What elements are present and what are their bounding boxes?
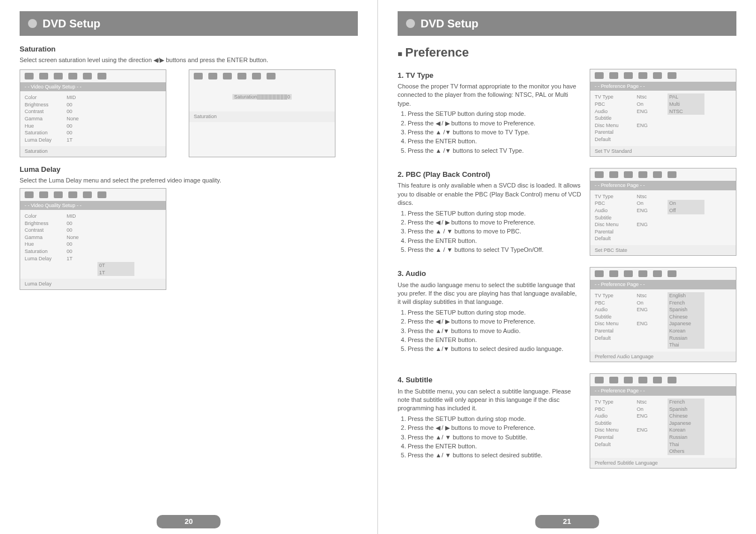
right-column: DVD Setup ■Preference 1. TV Type Choose … — [378, 0, 756, 534]
osd-tv: - - Preference Page - - TV TypeNtscPALPB… — [590, 69, 736, 157]
osd-row: Saturation00 — [25, 129, 161, 137]
osd-row: Subtitle — [595, 214, 731, 222]
osd-title: - - Video Quality Setup - - — [20, 201, 166, 210]
tv-desc: Choose the proper TV format appropriate … — [398, 82, 581, 108]
osd-title: - - Preference Page - - — [590, 82, 736, 91]
osd-title: - - Preference Page - - — [590, 386, 736, 396]
pbc-desc: This feature is only available when a SV… — [398, 181, 581, 207]
step-item: Press the SETUP button during stop mode. — [408, 415, 581, 423]
osd-icons — [189, 70, 335, 82]
step-item: Press the ▲ /▼ buttons to select TV Type… — [408, 147, 581, 155]
osd-saturation-1: - - Video Quality Setup - - ColorMIDBrig… — [20, 69, 166, 157]
osd-body: TV TypeNtscFrenchPBCOnSpanishAudioENGChi… — [590, 396, 736, 458]
osd-row: Parental — [595, 129, 731, 136]
step-item: Press the SETUP button during stop mode. — [408, 209, 581, 218]
osd-row: Parental — [595, 228, 731, 236]
disc-icon — [406, 19, 415, 28]
osd-row: Hue00 — [25, 123, 161, 130]
step-item: Press the SETUP button during stop mode. — [408, 308, 581, 317]
page-number-left: 20 — [157, 515, 221, 528]
osd-icons — [20, 70, 166, 82]
osd-row: DefaultRussian — [595, 335, 731, 342]
osd-row: TV TypeNtsc — [595, 193, 731, 200]
pbc-text: 2. PBC (Play Back Control) This feature … — [398, 165, 581, 256]
osd-row: Hue00 — [25, 241, 161, 248]
osd-row: Luma Delay1T — [25, 137, 161, 144]
osd-row: TV TypeNtscPAL — [595, 93, 731, 101]
osd-row: Default — [595, 235, 731, 242]
step-item: Press the ◀ / ▶ buttons to move to Prefe… — [408, 317, 581, 326]
osd-icons — [590, 168, 736, 181]
osd-row: Contrast00 — [25, 108, 161, 115]
tv-text: 1. TV Type Choose the proper TV format a… — [398, 66, 581, 157]
osd-row: Disc MenuENGJapanese — [595, 320, 731, 327]
osd-row: Brightness00 — [25, 101, 161, 109]
step-item: Press the ▲/▼ buttons to move to Audio. — [408, 327, 581, 335]
osd-row: TV TypeNtscFrench — [595, 399, 731, 406]
osd-row: DefaultThai — [595, 441, 731, 448]
audio-steps: Press the SETUP button during stop mode.… — [398, 308, 581, 354]
osd-row: Disc MenuENGKorean — [595, 427, 731, 434]
osd-foot: Saturation — [189, 111, 335, 122]
luma-desc: Select the Luma Delay menu and select th… — [20, 176, 358, 185]
osd-foot: Set TV Standard — [590, 146, 736, 157]
osd-center: Saturation|||||||||||||||||||||||0 — [189, 82, 335, 112]
osd-pbc: - - Preference Page - - TV TypeNtscPBCOn… — [590, 168, 736, 256]
step-item: Press the ▲ / ▼ buttons to move to PBC. — [408, 227, 581, 236]
osd-icons — [20, 189, 166, 201]
osd-icons — [590, 268, 736, 280]
tv-title: 1. TV Type — [398, 71, 581, 81]
step-item: Press the ▲/▼ buttons to select desired … — [408, 345, 581, 353]
osd-row: ParentalRussian — [595, 434, 731, 441]
osd-title: - - Preference Page - - — [590, 181, 736, 190]
osd-row: TV TypeNtscEnglish — [595, 292, 731, 299]
document-page: DVD Setup Saturation Select screen satur… — [0, 0, 756, 534]
osd-row: Others — [595, 448, 731, 455]
step-item: Press the ▲/ ▼ buttons to select desired… — [408, 451, 581, 460]
osd-row: Brightness00 — [25, 220, 161, 227]
osd-row: Saturation00 — [25, 248, 161, 255]
osd-subtitle: - - Preference Page - - TV TypeNtscFrenc… — [590, 373, 736, 469]
pbc-title: 2. PBC (Play Back Control) — [398, 170, 581, 180]
osd-body: TV TypeNtscPBCOnOnAudioENGOffSubtitleDis… — [590, 190, 736, 245]
osd-row: SubtitleJapanese — [595, 420, 731, 427]
osd-row: Contrast00 — [25, 227, 161, 234]
header-left: DVD Setup — [20, 11, 358, 36]
tv-section: 1. TV Type Choose the proper TV format a… — [398, 66, 736, 160]
osd-row: AudioENGOff — [595, 207, 731, 214]
header-title: DVD Setup — [43, 16, 100, 31]
osd-body: ColorMIDBrightness00Contrast00GammaNoneH… — [20, 91, 166, 146]
osd-saturation-2: Saturation|||||||||||||||||||||||0 Satur… — [189, 69, 335, 157]
step-item: Press the ENTER button. — [408, 137, 581, 146]
osd-row: ColorMID — [25, 213, 161, 220]
osd-body: ColorMIDBrightness00Contrast00GammaNoneH… — [20, 210, 166, 279]
audio-text: 3. Audio Use the audio language menu to … — [398, 264, 581, 355]
osd-row: PBCOnFrench — [595, 299, 731, 307]
subtitle-title: 4. Subtitle — [398, 375, 581, 385]
osd-row: Default — [595, 136, 731, 143]
pbc-steps: Press the SETUP button during stop mode.… — [398, 209, 581, 255]
step-item: Press the ▲ /▼ buttons to move to TV Typ… — [408, 128, 581, 137]
step-item: Press the ▲ / ▼ buttons to select TV Typ… — [408, 246, 581, 254]
osd-row: AudioENGChinese — [595, 413, 731, 420]
saturation-title: Saturation — [20, 44, 358, 54]
preference-heading: ■Preference — [398, 44, 736, 62]
audio-desc: Use the audio language menu to select th… — [398, 281, 581, 307]
subtitle-text: 4. Subtitle In the Subtitle menu, you ca… — [398, 371, 581, 461]
osd-row: Disc MenuENG — [595, 221, 731, 228]
osd-row: PBCOnSpanish — [595, 406, 731, 413]
saturation-screenshots: - - Video Quality Setup - - ColorMIDBrig… — [20, 67, 358, 160]
osd-audio: - - Preference Page - - TV TypeNtscEngli… — [590, 267, 736, 362]
audio-title: 3. Audio — [398, 269, 581, 279]
step-item: Press the ENTER button. — [408, 237, 581, 245]
saturation-desc: Select screen saturation level using the… — [20, 56, 358, 64]
osd-body: TV TypeNtscPALPBCOnMultiAudioENGNTSCSubt… — [590, 91, 736, 146]
osd-row: ColorMID — [25, 94, 161, 101]
audio-section: 3. Audio Use the audio language menu to … — [398, 264, 736, 365]
osd-body: TV TypeNtscEnglishPBCOnFrenchAudioENGSpa… — [590, 289, 736, 352]
osd-row: PBCOnMulti — [595, 101, 731, 108]
subtitle-steps: Press the SETUP button during stop mode.… — [398, 415, 581, 460]
pbc-section: 2. PBC (Play Back Control) This feature … — [398, 165, 736, 259]
osd-icons — [590, 374, 736, 386]
osd-foot: Saturation — [20, 146, 166, 157]
